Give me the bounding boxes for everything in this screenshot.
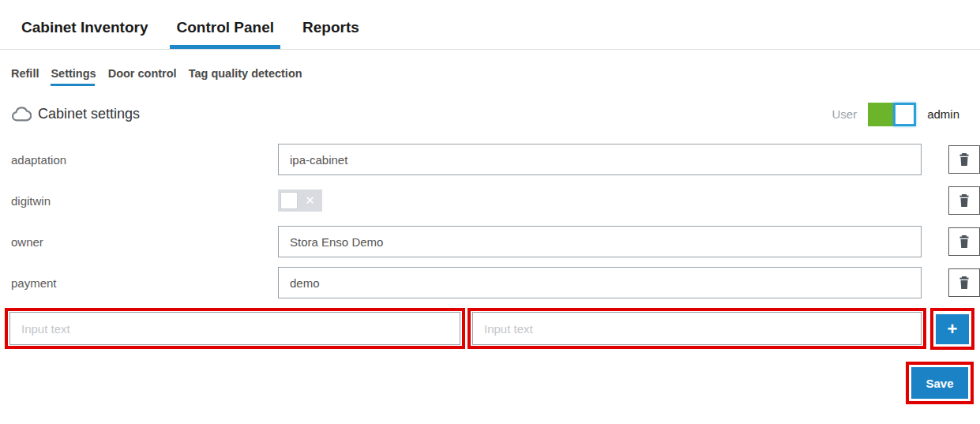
highlight-box-value-input [467, 308, 926, 349]
section-header: Cabinet settings User admin [11, 102, 959, 126]
user-toggle-label: User [832, 107, 857, 121]
form-row-digitwin: digitwin ✕ [11, 185, 980, 216]
subtab-settings[interactable]: Settings [51, 67, 96, 80]
user-role-value: admin [927, 107, 959, 121]
owner-input[interactable] [278, 226, 922, 257]
cabinet-settings-form: adaptation digitwin ✕ [11, 144, 980, 298]
user-toggle[interactable] [868, 103, 916, 126]
trash-icon [959, 153, 970, 166]
field-label: payment [11, 276, 278, 290]
delete-owner-button[interactable] [948, 227, 980, 256]
save-row: Save [0, 362, 974, 404]
plus-icon: + [948, 321, 958, 338]
toggle-off-x-icon: ✕ [298, 193, 322, 208]
tab-control-panel[interactable]: Control Panel [176, 19, 274, 49]
payment-input[interactable] [278, 267, 922, 298]
trash-icon [959, 194, 970, 207]
subtab-refill[interactable]: Refill [11, 67, 39, 80]
new-setting-row: + [5, 308, 980, 350]
field-label: adaptation [11, 153, 278, 167]
highlight-box-add-button: + [930, 308, 974, 350]
field-label: owner [11, 235, 278, 249]
digitwin-toggle[interactable]: ✕ [278, 189, 322, 212]
page-title: Cabinet settings [38, 106, 140, 122]
new-setting-key-input[interactable] [9, 312, 460, 345]
delete-payment-button[interactable] [948, 268, 980, 297]
subtab-door-control[interactable]: Door control [108, 67, 177, 80]
form-row-adaptation: adaptation [11, 144, 980, 175]
trash-icon [959, 276, 970, 289]
delete-adaptation-button[interactable] [948, 145, 980, 174]
form-row-payment: payment [11, 267, 980, 298]
field-label: digitwin [11, 194, 278, 208]
save-button[interactable]: Save [911, 367, 968, 399]
adaptation-input[interactable] [278, 144, 922, 175]
highlight-box-save-button: Save [906, 362, 974, 404]
new-setting-value-input[interactable] [472, 312, 922, 345]
tab-cabinet-inventory[interactable]: Cabinet Inventory [21, 19, 148, 49]
tab-reports[interactable]: Reports [302, 19, 359, 49]
trash-icon [959, 235, 970, 248]
add-setting-button[interactable]: + [936, 314, 969, 344]
cloud-icon [11, 107, 32, 122]
sub-tab-bar: Refill Settings Door control Tag quality… [11, 67, 980, 80]
highlight-box-key-input [5, 308, 465, 349]
toggle-knob [280, 192, 298, 209]
delete-digitwin-button[interactable] [948, 186, 980, 215]
toggle-knob [893, 103, 916, 126]
toggle-on-track [868, 103, 893, 126]
form-row-owner: owner [11, 226, 980, 257]
main-tab-bar: Cabinet Inventory Control Panel Reports [0, 0, 980, 50]
subtab-tag-quality-detection[interactable]: Tag quality detection [189, 67, 302, 80]
